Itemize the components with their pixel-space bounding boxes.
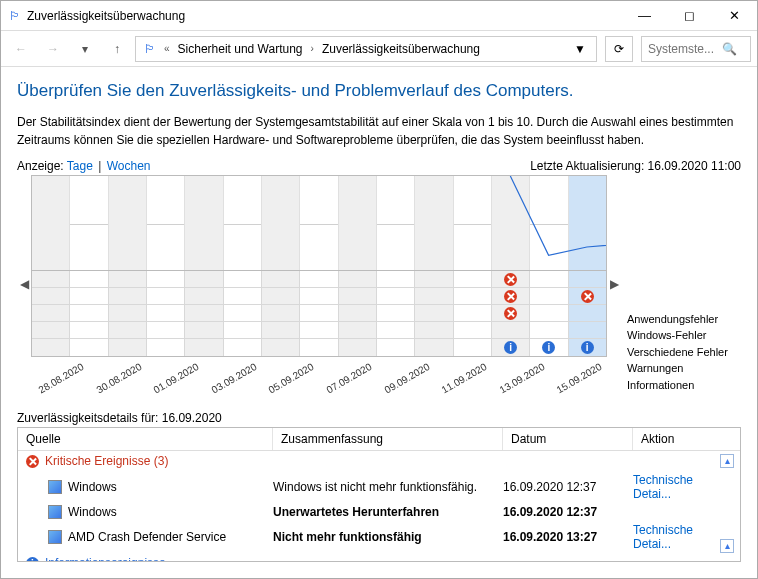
event-cell[interactable] (70, 288, 108, 305)
event-cell[interactable] (147, 305, 185, 322)
event-cell[interactable] (109, 305, 147, 322)
event-cell[interactable] (300, 322, 338, 339)
event-cell[interactable] (569, 322, 606, 339)
event-cell[interactable] (224, 305, 262, 322)
crumb-parent[interactable]: Sicherheit und Wartung (174, 42, 307, 56)
event-cell[interactable] (109, 322, 147, 339)
group-info[interactable]: iInformationsereignisse (18, 553, 740, 561)
recent-button[interactable]: ▾ (71, 35, 99, 63)
event-cell[interactable] (569, 288, 606, 305)
view-days-link[interactable]: Tage (67, 159, 93, 173)
collapse-button[interactable]: ▴ (720, 539, 734, 553)
event-cell[interactable] (569, 305, 606, 322)
search-box[interactable]: 🔍 (641, 36, 751, 62)
event-cell[interactable] (492, 271, 530, 288)
event-cell[interactable] (185, 305, 223, 322)
event-cell[interactable] (185, 288, 223, 305)
stability-plot[interactable]: 10 5 1 (31, 175, 607, 271)
event-cell[interactable] (32, 305, 70, 322)
event-cell[interactable] (492, 322, 530, 339)
event-cell[interactable] (492, 288, 530, 305)
crumb-current[interactable]: Zuverlässigkeitsüberwachung (318, 42, 484, 56)
table-row[interactable]: AMD Crash Defender ServiceNicht mehr fun… (18, 521, 740, 553)
event-cell[interactable] (492, 305, 530, 322)
event-cell[interactable] (32, 322, 70, 339)
event-cell[interactable] (109, 271, 147, 288)
action-link[interactable]: Technische Detai... (633, 473, 732, 501)
event-cell[interactable] (569, 271, 606, 288)
group-critical[interactable]: Kritische Ereignisse (3) (18, 451, 740, 471)
close-button[interactable]: ✕ (712, 1, 757, 31)
breadcrumb-dropdown[interactable]: ▼ (568, 42, 592, 56)
event-cell[interactable] (262, 322, 300, 339)
table-body[interactable]: Kritische Ereignisse (3)▴WindowsWindows … (18, 451, 740, 561)
breadcrumb[interactable]: 🏳 « Sicherheit und Wartung › Zuverlässig… (135, 36, 597, 62)
scroll-right[interactable]: ▶ (607, 175, 621, 393)
event-cell[interactable] (530, 271, 568, 288)
event-cell[interactable] (415, 288, 453, 305)
col-action[interactable]: Aktion (633, 428, 740, 450)
event-cell[interactable] (300, 305, 338, 322)
event-cell[interactable] (454, 288, 492, 305)
refresh-button[interactable]: ⟳ (605, 36, 633, 62)
table-row[interactable]: WindowsWindows ist nicht mehr funktionsf… (18, 471, 740, 503)
event-cell[interactable] (224, 271, 262, 288)
table-row[interactable]: WindowsUnerwartetes Herunterfahren16.09.… (18, 503, 740, 521)
event-cell[interactable] (32, 288, 70, 305)
event-cell[interactable] (147, 271, 185, 288)
legend-item: Anwendungsfehler (627, 311, 741, 328)
event-cell[interactable] (415, 271, 453, 288)
col-summary[interactable]: Zusammenfassung (273, 428, 503, 450)
event-cell[interactable] (415, 305, 453, 322)
scroll-left[interactable]: ◀ (17, 175, 31, 393)
maximize-button[interactable]: ◻ (667, 1, 712, 31)
event-cell[interactable] (185, 271, 223, 288)
app-icon (48, 530, 62, 544)
event-cell[interactable] (147, 322, 185, 339)
event-cell[interactable] (339, 288, 377, 305)
col-source[interactable]: Quelle (18, 428, 273, 450)
event-cell[interactable] (262, 271, 300, 288)
search-input[interactable] (648, 42, 718, 56)
col-date[interactable]: Datum (503, 428, 633, 450)
table-header: Quelle Zusammenfassung Datum Aktion (18, 428, 740, 451)
event-cell[interactable] (339, 305, 377, 322)
event-cell[interactable] (454, 322, 492, 339)
action-link[interactable]: Technische Detai... (633, 523, 732, 551)
view-weeks-link[interactable]: Wochen (107, 159, 151, 173)
event-cell[interactable] (377, 271, 415, 288)
event-cell[interactable] (377, 322, 415, 339)
event-cell[interactable] (70, 305, 108, 322)
event-cell[interactable] (300, 288, 338, 305)
event-grid[interactable]: iii (31, 271, 607, 357)
event-cell[interactable] (224, 288, 262, 305)
event-cell[interactable] (185, 322, 223, 339)
event-cell[interactable] (454, 305, 492, 322)
flag-icon: 🏳 (9, 9, 21, 23)
event-cell[interactable] (224, 322, 262, 339)
event-cell[interactable] (339, 322, 377, 339)
event-cell[interactable] (262, 305, 300, 322)
event-cell[interactable] (262, 288, 300, 305)
event-cell[interactable] (530, 288, 568, 305)
collapse-button[interactable]: ▴ (720, 454, 734, 468)
event-cell[interactable] (377, 305, 415, 322)
back-button[interactable]: ← (7, 35, 35, 63)
forward-button[interactable]: → (39, 35, 67, 63)
event-cell[interactable] (32, 271, 70, 288)
event-cell[interactable] (70, 271, 108, 288)
event-cell[interactable] (454, 271, 492, 288)
event-cell[interactable] (339, 271, 377, 288)
event-cell[interactable] (415, 322, 453, 339)
title-bar: 🏳 Zuverlässigkeitsüberwachung ― ◻ ✕ (1, 1, 757, 31)
event-cell[interactable] (70, 322, 108, 339)
event-cell[interactable] (377, 288, 415, 305)
event-cell[interactable] (300, 271, 338, 288)
event-cell[interactable] (530, 305, 568, 322)
event-cell[interactable] (147, 288, 185, 305)
event-cell[interactable] (109, 288, 147, 305)
minimize-button[interactable]: ― (622, 1, 667, 31)
up-button[interactable]: ↑ (103, 35, 131, 63)
src: Windows (68, 480, 117, 494)
event-cell[interactable] (530, 322, 568, 339)
